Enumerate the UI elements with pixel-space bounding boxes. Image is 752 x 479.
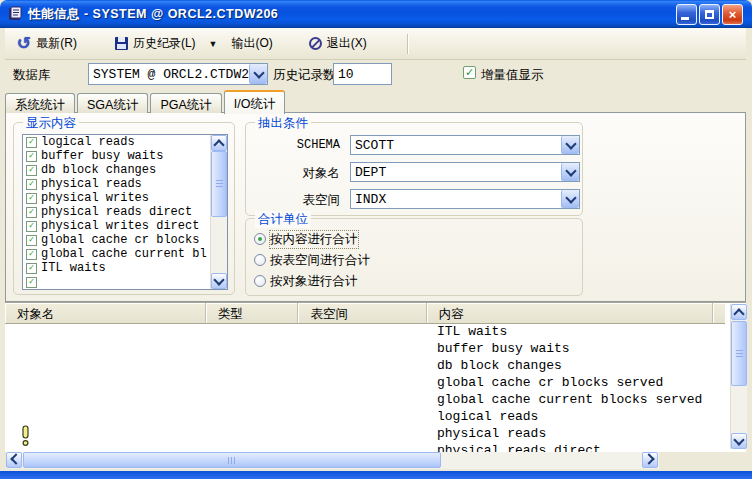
tab-pga-stats[interactable]: PGA统计: [150, 93, 221, 113]
cell-content: global cache current blocks served: [437, 392, 702, 407]
list-item[interactable]: ✓ITL waits: [23, 261, 227, 275]
column-header-object-name[interactable]: 对象名: [5, 303, 206, 323]
scroll-up-button[interactable]: [211, 135, 227, 151]
list-item[interactable]: ✓physical reads: [23, 177, 227, 191]
table-row[interactable]: physical reads direct: [5, 443, 725, 452]
scroll-thumb[interactable]: [23, 452, 441, 468]
list-item[interactable]: ✓db block changes: [23, 163, 227, 177]
dropdown-arrow-icon[interactable]: [561, 190, 579, 208]
list-item[interactable]: ✓global cache cr blocks: [23, 233, 227, 247]
list-item[interactable]: ✓buffer busy waits: [23, 149, 227, 163]
list-scrollbar[interactable]: [210, 135, 227, 289]
display-content-list[interactable]: ✓logical reads ✓buffer busy waits ✓db bl…: [22, 134, 228, 290]
checked-checkbox-icon[interactable]: ✓: [26, 221, 37, 232]
radio-icon[interactable]: [254, 275, 266, 287]
radio-by-content[interactable]: 按内容进行合计: [254, 231, 358, 247]
history-button[interactable]: 历史纪录(L): [111, 32, 200, 55]
list-item[interactable]: ✓physical reads direct: [23, 205, 227, 219]
checked-checkbox-icon[interactable]: ✓: [26, 151, 37, 162]
checked-checkbox-icon[interactable]: ✓: [26, 249, 37, 260]
tab-label: SGA统计: [87, 98, 138, 112]
checked-checkbox-icon[interactable]: ✓: [26, 207, 37, 218]
chevron-up-icon: [733, 308, 744, 319]
scroll-up-button[interactable]: [731, 304, 747, 320]
scroll-thumb[interactable]: [211, 151, 227, 217]
checked-checkbox-icon[interactable]: ✓: [26, 235, 37, 246]
chevron-down-icon: [253, 67, 264, 78]
database-label: 数据库: [13, 67, 51, 84]
tablespace-label: 表空间: [303, 192, 341, 209]
list-item[interactable]: ✓global cache current bl: [23, 247, 227, 261]
horizontal-scrollbar[interactable]: [6, 452, 659, 469]
radio-by-object[interactable]: 按对象进行合计: [254, 273, 358, 289]
schema-row: SCHEMA SCOTT: [246, 135, 582, 155]
close-button[interactable]: ×: [722, 4, 743, 25]
table-row[interactable]: ITL waits: [5, 324, 725, 341]
output-button[interactable]: 输出(O): [228, 32, 277, 55]
aggregate-legend: 合计单位: [255, 211, 311, 228]
list-item-label: physical writes direct: [41, 219, 199, 233]
scroll-down-button[interactable]: [731, 433, 747, 449]
list-item[interactable]: ✓physical writes: [23, 191, 227, 205]
checked-checkbox-icon[interactable]: ✓: [26, 277, 37, 288]
table-vscrollbar[interactable]: [730, 304, 747, 449]
checked-checkbox-icon[interactable]: ✓: [26, 165, 37, 176]
checked-checkbox-icon[interactable]: ✓: [26, 263, 37, 274]
database-select[interactable]: SYSTEM @ ORCL2.CTDW206: [88, 63, 268, 85]
scroll-left-button[interactable]: [6, 452, 22, 468]
history-count-input[interactable]: [333, 63, 392, 85]
minimize-button[interactable]: [676, 4, 697, 25]
schema-select[interactable]: SCOTT: [350, 135, 580, 155]
dropdown-arrow-icon[interactable]: [561, 163, 579, 181]
checked-checkbox-icon[interactable]: ✓: [26, 193, 37, 204]
aggregate-group: 合计单位 按内容进行合计 按表空间进行合计 按对象进行合计: [245, 218, 583, 296]
table-row[interactable]: global cache current blocks served: [5, 392, 725, 409]
tab-io-stats[interactable]: I/O统计: [224, 90, 286, 114]
title-bar: 性能信息 - SYSTEM @ ORCL2.CTDW206 ×: [0, 0, 752, 28]
history-dropdown-button[interactable]: ▼: [205, 36, 222, 52]
radio-selected-icon[interactable]: [254, 233, 266, 245]
radio-label: 按表空间进行合计: [270, 252, 370, 269]
maximize-button[interactable]: [699, 4, 720, 25]
cell-content: physical reads: [437, 426, 546, 441]
tab-label: 系统统计: [15, 98, 65, 112]
chevron-down-icon: [733, 434, 744, 445]
chevron-up-icon: [213, 139, 224, 150]
chevron-down-icon: [565, 192, 576, 203]
object-name-select[interactable]: DEPT: [350, 162, 580, 182]
radio-icon[interactable]: [254, 254, 266, 266]
scroll-thumb[interactable]: [731, 321, 747, 386]
minimize-icon: [681, 17, 689, 20]
radio-by-tablespace[interactable]: 按表空间进行合计: [254, 252, 370, 268]
exit-button[interactable]: 退出(X): [305, 32, 371, 55]
tablespace-select[interactable]: INDX: [350, 189, 580, 209]
list-item[interactable]: ✓: [23, 275, 227, 289]
tab-sga-stats[interactable]: SGA统计: [77, 93, 148, 113]
incremental-checkbox[interactable]: ✓: [463, 66, 476, 79]
table-row[interactable]: buffer busy waits: [5, 341, 725, 358]
dropdown-arrow-icon[interactable]: [561, 136, 579, 154]
table-row[interactable]: logical reads: [5, 409, 725, 426]
checked-checkbox-icon[interactable]: ✓: [26, 179, 37, 190]
column-header-tablespace[interactable]: 表空间: [298, 303, 426, 323]
tab-system-stats[interactable]: 系统统计: [5, 93, 75, 113]
list-item-label: ITL waits: [41, 261, 106, 275]
cell-content: ITL waits: [437, 324, 507, 339]
column-header-type[interactable]: 类型: [206, 303, 299, 323]
table-row[interactable]: physical reads: [5, 426, 725, 443]
list-item-label: global cache cr blocks: [41, 233, 199, 247]
table-row[interactable]: global cache cr blocks served: [5, 375, 725, 392]
scroll-right-button[interactable]: [642, 452, 658, 468]
dropdown-arrow-icon[interactable]: [249, 64, 267, 84]
caret-down-icon: ▼: [209, 39, 218, 49]
window-title: 性能信息 - SYSTEM @ ORCL2.CTDW206: [28, 6, 278, 23]
column-header-content[interactable]: 内容: [427, 303, 713, 323]
refresh-button[interactable]: ↺ 最新(R): [13, 32, 81, 55]
control-bar: 数据库 SYSTEM @ ORCL2.CTDW206 历史记录数 ✓ 增量值显示: [5, 59, 746, 90]
scroll-down-button[interactable]: [211, 273, 227, 289]
checked-checkbox-icon[interactable]: ✓: [26, 137, 37, 148]
list-item[interactable]: ✓logical reads: [23, 135, 227, 149]
table-row[interactable]: db block changes: [5, 358, 725, 375]
toolbar: ↺ 最新(R) 历史纪录(L) ▼ 输出(O) 退出(X): [5, 28, 746, 60]
list-item[interactable]: ✓physical writes direct: [23, 219, 227, 233]
